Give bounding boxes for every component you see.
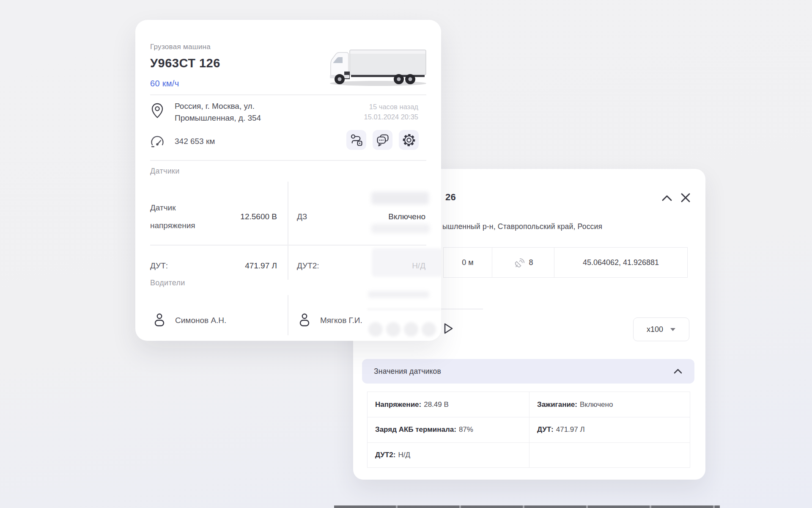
vehicle-speed: 60 км/ч: [150, 79, 179, 88]
close-icon: [680, 192, 691, 204]
odometer-value: 342 653 км: [175, 137, 215, 146]
ghost-playback-control: [422, 322, 436, 337]
table-cell-fuel1: ДУТ: 471.97 Л: [529, 417, 690, 442]
chevron-up-icon: [661, 193, 673, 203]
screen: 26 ышленный р-н, Ставропольский край, Ро…: [0, 0, 812, 508]
playback-speed-value: x100: [647, 325, 663, 334]
route-icon: [350, 134, 363, 146]
ghost-popup-text: [368, 291, 429, 298]
ghost-popup-divider: [367, 309, 441, 310]
drivers-section-title: Водители: [150, 279, 185, 287]
sensor-values-table: Напряжение: 28.49 В Зажигание: Включено …: [367, 392, 690, 468]
vehicle-type-label: Грузовая машина: [150, 43, 211, 51]
ghost-playback-control: [386, 322, 401, 337]
chat-icon: [376, 133, 390, 147]
coordinates-cell: 45.064062, 41.926881: [554, 248, 687, 277]
table-cell-ignition: Зажигание: Включено: [529, 392, 690, 417]
popup-address-partial: ышленный р-н, Ставропольский край, Росси…: [442, 222, 602, 231]
satellite-icon: [513, 257, 525, 268]
odometer-icon: [149, 133, 165, 149]
divider: [288, 182, 288, 280]
sensor-voltage: Датчик напряжения 12.5600 В: [150, 190, 277, 243]
satellites-cell: 8: [492, 248, 554, 277]
timeline-strip: [334, 505, 720, 508]
sensor-values-title: Значения датчиков: [374, 367, 441, 376]
driver-item: Мягков Г.И.: [298, 313, 362, 328]
caret-down-icon: [670, 328, 676, 331]
close-button[interactable]: [680, 192, 691, 204]
telemetry-info-row: 0 м 8 45.064062, 41.926881: [443, 247, 688, 278]
last-update-time: 15 часов назад 15.01.2024 20:35: [364, 102, 418, 122]
table-cell-empty: [529, 442, 690, 467]
divider: [288, 295, 288, 335]
divider: [150, 160, 426, 161]
gear-icon: [402, 133, 416, 147]
driver-name: Симонов А.Н.: [175, 316, 226, 325]
time-ago: 15 часов назад: [364, 102, 418, 112]
sensors-section-title: Датчики: [150, 167, 180, 176]
popup-title-partial: 26: [445, 192, 456, 203]
settings-button[interactable]: [399, 130, 419, 150]
play-button[interactable]: [443, 322, 454, 335]
ghost-popup-title: [371, 192, 429, 204]
chat-button[interactable]: [373, 130, 392, 150]
sensor-values-accordion-header[interactable]: Значения датчиков: [362, 359, 694, 384]
location-pin-icon: [151, 103, 164, 119]
vehicle-plate: У963СТ 126: [150, 56, 220, 70]
divider: [150, 94, 426, 95]
vehicle-address: Россия, г. Москва, ул. Промышленная, д. …: [175, 100, 290, 124]
divider: [150, 245, 426, 246]
satellites-count: 8: [529, 258, 533, 267]
table-cell-battery: Заряд АКБ терминала: 87%: [368, 417, 529, 442]
collapse-button[interactable]: [661, 193, 673, 203]
table-cell-voltage: Напряжение: 28.49 В: [368, 392, 529, 417]
driver-item: Симонов А.Н.: [153, 313, 226, 328]
driver-name: Мягков Г.И.: [320, 316, 362, 325]
ghost-playback-control: [404, 322, 418, 337]
table-cell-fuel2: ДУТ2: Н/Д: [368, 442, 529, 467]
person-icon: [153, 313, 166, 328]
timestamp: 15.01.2024 20:35: [364, 112, 418, 122]
person-icon: [298, 313, 311, 328]
altitude-cell: 0 м: [444, 248, 492, 277]
vehicle-summary-card: Грузовая машина У963СТ 126 60 км/ч: [135, 20, 441, 341]
ghost-popup-address: [371, 224, 430, 233]
play-icon: [443, 322, 454, 335]
truck-image: [326, 48, 432, 87]
sensor-fuel1: ДУТ: 471.97 Л: [150, 255, 277, 277]
playback-speed-select[interactable]: x100: [633, 318, 689, 341]
chevron-up-icon: [673, 368, 683, 375]
ghost-playback-control: [368, 322, 383, 337]
route-button[interactable]: [346, 130, 366, 150]
ghost-popup-info-cell: [372, 248, 441, 276]
